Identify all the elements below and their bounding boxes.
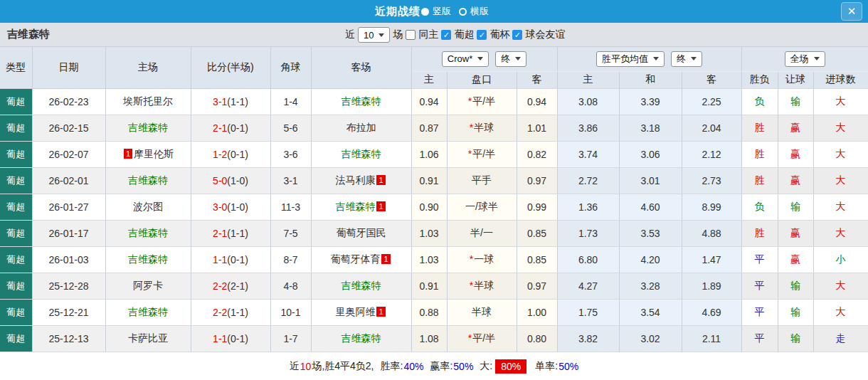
- away-team-name[interactable]: 吉维森特: [335, 201, 375, 212]
- odds-away-cell: 0.97: [517, 167, 557, 194]
- big-rate-label: 大:: [480, 360, 492, 373]
- away-team-name[interactable]: 葡萄牙体育: [330, 253, 380, 265]
- table-row: 葡超 26-02-23 埃斯托里尔 3-1(1-1) 1-4 吉维森特 0.94…: [0, 88, 868, 115]
- radio-vertical-label[interactable]: 竖版: [433, 5, 451, 18]
- score-cell: 5-0(1-0): [191, 167, 270, 194]
- date-cell: 25-12-13: [32, 325, 105, 352]
- result-wdl: 平: [741, 299, 778, 325]
- home-team-name[interactable]: 阿罗卡: [133, 280, 163, 291]
- fulltime-score: 1-1: [213, 333, 227, 344]
- avg-home-cell: 3.82: [557, 325, 619, 352]
- home-cell: 吉维森特: [105, 167, 191, 194]
- team-name: 吉维森特: [7, 28, 50, 41]
- check-icon: ✓: [479, 30, 485, 40]
- halftime-score: (1-0): [227, 175, 248, 186]
- handicap-rate-value: 50%: [453, 361, 473, 372]
- away-cell: 吉维森特: [311, 141, 411, 167]
- odds-line-cell: *平/半: [447, 141, 517, 167]
- table-row: 葡超 26-01-03 吉维森特 1-1(0-1) 8-7 葡萄牙体育1 1.0…: [0, 246, 868, 273]
- home-team-name[interactable]: 吉维森特: [128, 227, 168, 238]
- avg-home-cell: 4.27: [557, 273, 619, 299]
- bookmaker-select[interactable]: Crow*: [442, 51, 489, 67]
- odds-away-cell: 1.00: [517, 299, 557, 325]
- odds-away-cell: 0.80: [517, 325, 557, 352]
- away-team-name[interactable]: 法马利康: [335, 174, 375, 186]
- close-button[interactable]: ✕: [841, 2, 862, 21]
- line-text: 一/球半: [465, 201, 498, 212]
- home-team-name[interactable]: 波尔图: [133, 201, 163, 212]
- league-cell: 葡超: [0, 299, 32, 325]
- league-cell: 葡超: [0, 273, 32, 299]
- fulltime-score: 3-1: [213, 96, 227, 107]
- games-label: 场: [393, 28, 403, 41]
- match-count-select[interactable]: 10: [358, 27, 390, 43]
- odds-line-cell: *平/半: [447, 88, 517, 115]
- away-team-name[interactable]: 吉维森特: [342, 332, 381, 344]
- avg-away-cell: 2.04: [682, 115, 741, 141]
- home-cell: 吉维森特: [105, 115, 191, 141]
- avg-home-cell: 3.74: [557, 141, 619, 167]
- col-header-away: 客场: [311, 47, 411, 88]
- odds-line-cell: 半/一: [447, 220, 517, 246]
- score-cell: 2-2(1-1): [191, 299, 270, 325]
- away-team-name[interactable]: 吉维森特: [342, 280, 381, 291]
- away-team-name[interactable]: 吉维森特: [342, 148, 381, 159]
- odds-line-cell: *平/半: [447, 325, 517, 352]
- home-cell: 吉维森特: [105, 246, 191, 273]
- league-checkbox-liga[interactable]: ✓: [441, 30, 451, 40]
- away-team-name[interactable]: 葡萄牙国民: [337, 227, 386, 238]
- away-team-name[interactable]: 里奥阿维: [335, 306, 375, 317]
- radio-horizontal-label[interactable]: 横版: [470, 5, 489, 18]
- date-cell: 26-01-27: [32, 194, 105, 220]
- avg-away-cell: 4.88: [682, 220, 741, 246]
- away-team-name[interactable]: 布拉加: [346, 122, 376, 133]
- result-handicap: 输: [778, 273, 813, 299]
- home-team-name[interactable]: 吉维森特: [128, 122, 168, 133]
- result-handicap: 赢: [778, 220, 813, 246]
- line-star: *: [468, 148, 472, 159]
- avg-away-cell: 2.11: [682, 325, 741, 352]
- away-team-name[interactable]: 吉维森特: [342, 95, 381, 107]
- result-handicap: 输: [778, 88, 813, 115]
- date-cell: 26-02-01: [32, 167, 105, 194]
- scope-select[interactable]: 全场: [785, 51, 825, 67]
- halftime-score: (1-0): [227, 201, 248, 213]
- home-team-name[interactable]: 吉维森特: [128, 253, 168, 265]
- home-team-name[interactable]: 摩里伦斯: [134, 148, 174, 159]
- match-count-value: 10: [364, 30, 374, 41]
- avg-time-select[interactable]: 终: [671, 51, 702, 67]
- away-cell: 吉维森特1: [311, 194, 411, 220]
- home-team-name[interactable]: 吉维森特: [128, 306, 168, 317]
- league-label-friendly: 球会友谊: [525, 28, 565, 41]
- home-team-name[interactable]: 吉维森特: [128, 174, 168, 186]
- home-team-name[interactable]: 卡萨比亚: [128, 332, 168, 344]
- odds-away-cell: 0.94: [517, 88, 557, 115]
- fulltime-score: 1-2: [213, 149, 227, 160]
- line-text: 平/半: [472, 148, 495, 159]
- result-wdl: 胜: [741, 220, 778, 246]
- result-goals: 小: [813, 246, 868, 273]
- result-goals: 走: [813, 325, 868, 352]
- single-rate-label: 单率:: [535, 360, 558, 373]
- chevron-down-icon: [691, 57, 697, 60]
- radio-vertical-selected-icon[interactable]: [421, 8, 429, 16]
- same-home-checkbox[interactable]: [406, 30, 416, 40]
- avg-type-select[interactable]: 胜平负均值: [596, 51, 665, 67]
- away-cell: 里奥阿维1: [311, 299, 411, 325]
- result-goals: 大: [813, 167, 868, 194]
- home-cell: 埃斯托里尔: [105, 88, 191, 115]
- league-checkbox-friendly[interactable]: ✓: [512, 30, 522, 40]
- result-wdl: 平: [741, 273, 778, 299]
- league-cell: 葡超: [0, 325, 32, 352]
- corner-cell: 3-6: [270, 141, 311, 167]
- radio-horizontal-icon[interactable]: [459, 8, 467, 16]
- score-cell: 2-2(2-1): [191, 273, 270, 299]
- result-wdl: 平: [741, 325, 778, 352]
- odds-line-cell: *一球: [447, 246, 517, 273]
- odds-time-select[interactable]: 终: [495, 51, 526, 67]
- league-checkbox-cup[interactable]: ✓: [477, 30, 487, 40]
- halftime-score: (0-1): [227, 254, 248, 265]
- home-team-name[interactable]: 埃斯托里尔: [123, 95, 173, 107]
- near-label: 近: [345, 28, 355, 41]
- away-cell: 吉维森特: [311, 88, 411, 115]
